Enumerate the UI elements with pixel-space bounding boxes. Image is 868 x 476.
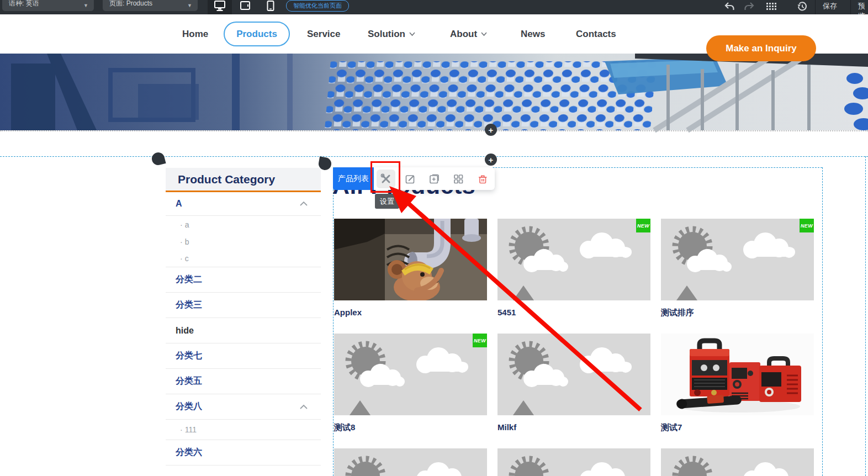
delete-icon[interactable]: [473, 170, 492, 188]
tablet-view-button[interactable]: [233, 0, 257, 14]
product-card[interactable]: Milkf: [497, 334, 650, 432]
sidebar-item-category8[interactable]: 分类八: [166, 394, 321, 420]
module-border-left: [333, 167, 334, 476]
sidebar-item-category3[interactable]: 分类三: [166, 293, 321, 318]
desktop-view-button[interactable]: [208, 0, 232, 14]
nav-item-home[interactable]: Home: [182, 14, 208, 54]
chevron-down-icon: ▼: [182, 3, 192, 8]
product-card[interactable]: NEW 测试排序: [661, 219, 814, 318]
nav-item-contacts[interactable]: Contacts: [576, 14, 616, 54]
site-navbar: Home Products Service Solution About New…: [0, 14, 868, 54]
sidebar-item-category2[interactable]: 分类二: [166, 267, 321, 293]
product-image-placeholder: NEW: [497, 219, 650, 300]
sidebar-item-hide[interactable]: hide: [166, 318, 321, 343]
toolbar-divider: [815, 0, 816, 14]
product-name: 测试7: [661, 422, 814, 433]
toolbar-divider: [850, 0, 851, 14]
settings-tooltip: 设置: [375, 194, 399, 209]
chevron-up-icon: [300, 405, 308, 409]
module-tag[interactable]: 产品列表: [333, 167, 374, 190]
drag-handle[interactable]: [150, 151, 166, 166]
nav-item-service[interactable]: Service: [307, 14, 341, 54]
product-image-cartoon: [334, 219, 487, 300]
product-name: Milkf: [497, 422, 650, 432]
chevron-up-icon: [300, 202, 308, 206]
product-name: 测试8: [334, 422, 487, 433]
sidebar-item-category7[interactable]: 分类七: [166, 343, 321, 369]
page-dropdown-label: 页面: Products: [109, 0, 152, 8]
product-name: Applex: [334, 308, 487, 317]
product-image-placeholder: [334, 448, 487, 476]
preview-button[interactable]: 预览: [858, 1, 868, 14]
product-card[interactable]: NEW 测试8: [334, 334, 487, 433]
mobile-view-button[interactable]: [258, 0, 283, 14]
module-border-right: [822, 167, 823, 476]
product-card[interactable]: 测试7: [661, 334, 814, 433]
chevron-down-icon: [481, 32, 487, 36]
desktop-icon: [214, 1, 226, 14]
nav-item-solution[interactable]: Solution: [368, 14, 415, 54]
product-image-placeholder: [661, 448, 814, 476]
nav-item-news[interactable]: News: [521, 14, 545, 54]
product-card[interactable]: [497, 448, 650, 476]
undo-icon[interactable]: [722, 1, 737, 13]
new-badge: NEW: [473, 334, 487, 347]
product-card[interactable]: [661, 448, 814, 476]
sidebar-subitem-c[interactable]: c: [166, 250, 321, 267]
hero-banner[interactable]: [0, 54, 868, 130]
language-dropdown-label: 语种: 英语: [9, 0, 39, 8]
chevron-down-icon: [409, 32, 415, 36]
history-icon[interactable]: [795, 1, 809, 13]
sidebar-item-A[interactable]: A: [166, 192, 321, 216]
tablet-icon: [239, 1, 251, 14]
product-image-machines: [661, 334, 814, 415]
editor-page: 语种: 英语 ▼ 页面: Products ▼ 智能优化当前页面: [0, 0, 868, 476]
product-image-placeholder: NEW: [334, 334, 487, 415]
new-badge: NEW: [636, 219, 650, 232]
sidebar-subitem-a[interactable]: a: [166, 216, 321, 233]
nav-item-about[interactable]: About: [450, 14, 487, 54]
add-section-button[interactable]: +: [485, 124, 497, 136]
product-card[interactable]: [334, 448, 487, 476]
sidebar-item-category5[interactable]: 分类五: [166, 369, 321, 394]
product-name: 测试排序: [661, 308, 814, 318]
editor-toolbar: 语种: 英语 ▼ 页面: Products ▼ 智能优化当前页面: [0, 0, 868, 14]
redo-icon[interactable]: [742, 1, 756, 13]
product-image-placeholder: NEW: [661, 219, 814, 300]
save-button[interactable]: 保存: [823, 1, 837, 11]
apps-grid-icon[interactable]: [764, 1, 779, 13]
make-inquiry-button[interactable]: Make an Inquiry: [706, 35, 816, 61]
product-image-placeholder: [497, 448, 650, 476]
sidebar-title: Product Category: [166, 168, 321, 192]
sidebar-item-category6[interactable]: 分类六: [166, 440, 321, 466]
product-card[interactable]: Applex: [334, 219, 487, 317]
page-dropdown[interactable]: 页面: Products ▼: [103, 0, 198, 11]
product-card[interactable]: NEW 5451: [497, 219, 650, 317]
sidebar-subitem-111[interactable]: 111: [166, 420, 321, 440]
duplicate-icon[interactable]: [425, 170, 443, 188]
annotation-highlight-box: [371, 161, 400, 193]
mobile-icon: [267, 1, 274, 14]
section-border-right: [865, 156, 866, 476]
product-category-sidebar: Product Category A a b c 分类二 分类三 hide 分类…: [166, 168, 321, 466]
sidebar-subitem-b[interactable]: b: [166, 233, 321, 250]
product-image-placeholder: [497, 334, 650, 415]
chevron-down-icon: ▼: [78, 3, 88, 8]
new-badge: NEW: [800, 219, 814, 232]
product-name: 5451: [497, 308, 650, 317]
nav-item-products-active[interactable]: Products: [224, 22, 290, 46]
add-section-button[interactable]: +: [485, 154, 497, 166]
layout-grid-icon[interactable]: [449, 170, 468, 188]
language-dropdown[interactable]: 语种: 英语 ▼: [2, 0, 94, 11]
smart-optimize-button[interactable]: 智能优化当前页面: [286, 0, 349, 12]
section-border-dashed: [0, 156, 868, 157]
section-divider-dotted: [0, 130, 868, 131]
edit-icon[interactable]: [401, 170, 420, 188]
